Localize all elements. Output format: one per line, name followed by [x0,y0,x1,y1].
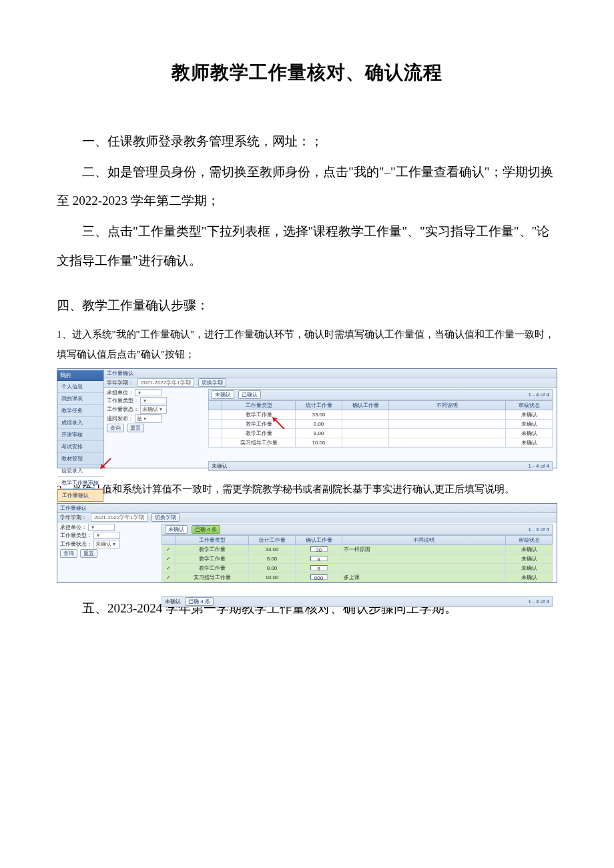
nav-item[interactable]: 教学任务 [57,405,103,417]
table-row[interactable]: 教学工作量33.00未确认 [209,410,553,420]
type-select[interactable] [93,532,120,539]
confirmed-count-button[interactable]: 已确 4 条 [192,525,220,534]
state-select[interactable]: 未确认 [93,540,120,548]
para-1: 一、任课教师登录教务管理系统，网址：； [57,127,557,156]
dept-label: 承担单位： [107,389,133,396]
table-header-bar: 未确认 已确 4 条 1 - 4 of 4 [162,524,553,535]
state-select[interactable]: 未确认 [140,405,167,414]
nav-item[interactable]: 开课审核 [57,429,103,441]
nav-item[interactable]: 个人信息 [57,381,103,393]
term-label: 学年学期： [60,514,87,521]
reset-button[interactable]: 重置 [127,424,144,432]
table-footer-bar: 未确认 已确 4 条 1 - 4 of 4 [162,596,553,607]
col-type: 工作量类型 [222,401,296,410]
table-row[interactable]: 教学工作量8.00未确认 [209,429,553,438]
col-state: 审核状态 [506,536,553,545]
confirm-input[interactable]: 800 [310,574,328,580]
nav-item[interactable]: 教学工作量审核 [57,477,103,489]
col-confirm: 确认工作量 [342,401,389,410]
panel-header: 工作量确认 [57,504,557,513]
tab-unconfirmed[interactable]: 未确认 [165,525,188,534]
panel-title: 工作量确认 [107,370,133,377]
col-check [162,536,176,545]
pager-top: 1 - 4 of 4 [528,526,549,532]
workload-table: 工作量类型 统计工作量 确认工作量 不同说明 审核状态 教学工作量33.00未确… [208,400,553,448]
col-check [209,401,222,410]
nav-item[interactable]: 信息录入 [57,465,103,477]
footer-tab-unconfirmed[interactable]: 未确认 [212,462,228,470]
state-label: 工作量状态： [107,406,139,413]
term-label: 学年学期： [107,379,133,386]
panel-title: 工作量确认 [60,504,87,512]
term-value: 2021-2022学年1学期 [91,513,147,522]
filters: 承担单位： 工作量类型： 工作量状态：未确认 查询 重置 未确认 已确 4 条 … [57,522,557,608]
pager-top: 1 - 4 of 4 [528,392,549,398]
table-row[interactable]: 教学工作量8.00未确认 [209,420,553,429]
type-label: 工作量类型： [107,397,139,404]
table-row[interactable]: ✓教学工作量8.008未确认 [162,564,553,573]
screenshot-1: 我的 个人信息 我的课表 教学任务 成绩录入 开课审核 考试安排 教材管理 信息… [57,368,557,468]
confirm-input[interactable]: 30 [310,546,328,552]
step-1: 1、进入系统"我的"工作量确认"，进行工作量确认环节，确认时需填写确认工作量值，… [57,324,557,364]
term-bar: 学年学期： 2021-2022学年1学期 切换学期 [57,513,557,522]
right-panel: 工作量确认 学年学期： 2021-2022学年1学期 切换学期 承担单位： 工作… [57,504,557,582]
tab-confirmed[interactable]: 已确认 [238,390,261,399]
col-state: 审核状态 [506,401,553,410]
screenshot-2: 工作量确认 学年学期： 2021-2022学年1学期 切换学期 承担单位： 工作… [57,503,557,583]
panel-header: 工作量确认 [104,369,557,378]
nav-item[interactable]: 成绩录入 [57,417,103,429]
dept-label: 承担单位： [60,524,87,531]
col-note: 不同说明 [342,536,506,545]
return-label: 退回发布： [107,415,133,422]
step-2: 2、当确认值和系统计算值不一致时，需更学院教学秘书或者副院长基于事实进行确认,更… [57,479,557,499]
workload-table: 工作量类型 统计工作量 确认工作量 不同说明 审核状态 ✓教学工作量33.003… [162,535,553,582]
nav-item-workload-confirm[interactable]: 工作量确认 [57,489,103,502]
col-confirm: 确认工作量 [296,536,342,545]
para-2: 二、如是管理员身份，需切换至教师身份，点击"我的"–"工作量查看确认"；学期切换… [57,157,557,215]
confirmed-count-button[interactable]: 已确 4 条 [185,597,214,606]
pager-bottom: 1 - 4 of 4 [528,463,549,469]
section-4-heading: 四、教学工作量确认步骤： [57,291,557,320]
para-3: 三、点击"工作量类型"下拉列表框，选择"课程教学工作量"、"实习指导工作量"、"… [57,217,557,275]
col-stat: 统计工作量 [296,401,342,410]
query-button[interactable]: 查询 [107,424,124,432]
reset-button[interactable]: 重置 [80,549,97,558]
nav-item[interactable]: 教材管理 [57,453,103,465]
return-select[interactable]: 是 [135,414,162,423]
table-row[interactable]: 实习指导工作量10.00未确认 [209,438,553,448]
dept-select[interactable] [88,524,115,531]
tab-unconfirmed[interactable]: 未确认 [212,390,234,399]
pager-bottom: 1 - 4 of 4 [528,598,549,604]
confirm-input[interactable]: 8 [310,565,328,570]
state-label: 工作量状态： [60,540,92,548]
term-bar: 学年学期： 2021-2022学年1学期 切换学期 [104,378,557,388]
confirm-input[interactable]: 8 [310,556,328,561]
query-button[interactable]: 查询 [60,549,77,558]
right-panel: 工作量确认 学年学期： 2021-2022学年1学期 切换学期 承担单位： 工作… [104,369,557,468]
footer-tab-unconfirmed[interactable]: 未确认 [165,598,181,605]
nav-header: 我的 [57,370,103,381]
table-row[interactable]: ✓教学工作量33.0030不一样原因未确认 [162,545,553,554]
term-value: 2021-2022学年1学期 [137,378,194,387]
left-nav: 我的 个人信息 我的课表 教学任务 成绩录入 开课审核 考试安排 教材管理 信息… [57,369,104,468]
dept-select[interactable] [135,389,162,396]
type-label: 工作量类型： [60,532,92,539]
switch-term-button[interactable]: 切换学期 [198,378,226,387]
table-row[interactable]: ✓教学工作量8.008未确认 [162,554,553,564]
doc-title: 教师教学工作量核对、确认流程 [57,60,557,85]
table-row[interactable]: ✓实习指导工作量10.00800多上课未确认 [162,573,553,582]
nav-item[interactable]: 我的课表 [57,393,103,405]
switch-term-button[interactable]: 切换学期 [151,513,180,522]
filters: 承担单位： 工作量类型： 工作量状态：未确认 退回发布：是 查询 重置 未确认 … [104,388,557,472]
col-note: 不同说明 [389,401,506,410]
col-type: 工作量类型 [176,536,249,545]
table-footer-bar: 未确认 1 - 4 of 4 [208,461,553,471]
col-stat: 统计工作量 [249,536,296,545]
nav-item[interactable]: 考试安排 [57,441,103,453]
type-select[interactable] [140,397,167,404]
table-header-bar: 未确认 已确认 1 - 4 of 4 [208,389,553,400]
